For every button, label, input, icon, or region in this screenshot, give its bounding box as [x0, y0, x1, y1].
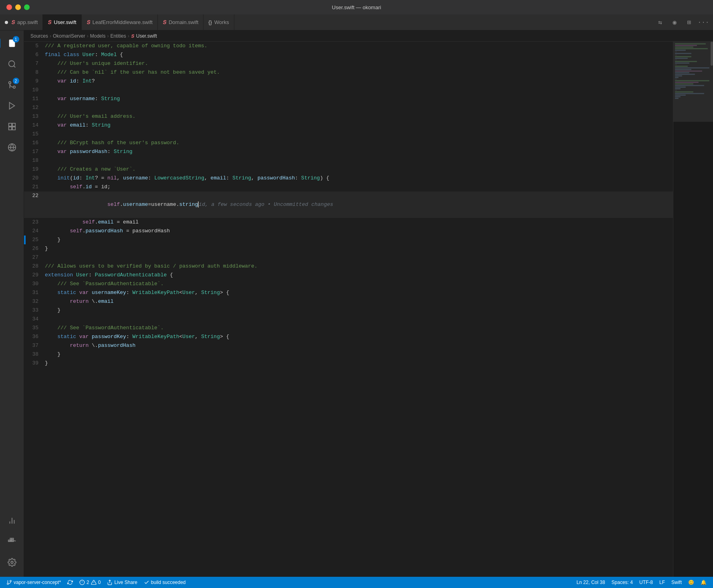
svg-rect-5: [8, 123, 11, 126]
git-branch-icon: [6, 580, 12, 585]
code-line-8: 8 /// Can be `nil` if the user has not b…: [24, 68, 673, 77]
build-status: build succeeded: [151, 580, 186, 585]
sidebar-item-search[interactable]: [2, 54, 22, 74]
minimize-button[interactable]: [15, 4, 21, 10]
minimap[interactable]: [673, 42, 713, 577]
sidebar-item-docker[interactable]: [2, 532, 22, 551]
svg-rect-6: [12, 123, 15, 126]
explorer-badge: 1: [13, 36, 19, 42]
tab-app-swift[interactable]: 𝙎 app.swift: [0, 14, 43, 30]
sidebar-item-analytics[interactable]: [2, 511, 22, 530]
svg-rect-7: [12, 127, 15, 130]
status-notification[interactable]: 🔔: [697, 577, 710, 588]
tab-user-swift[interactable]: 𝙎 User.swift: [43, 14, 81, 30]
code-line-9: 9 var id: Int?: [24, 77, 673, 86]
code-line-22-active: 22 self.username=username.stringid, a fe…: [24, 191, 673, 218]
close-button[interactable]: [6, 4, 12, 10]
sidebar-item-extensions[interactable]: [2, 117, 22, 136]
tab-bar: 𝙎 app.swift 𝙎 User.swift 𝙎 LeafErrorMidd…: [0, 14, 713, 30]
branch-name: vapor-server-concept*: [14, 580, 61, 585]
tab-label: Domain.swift: [169, 19, 198, 25]
extensions-icon: [8, 122, 16, 131]
toggle-primary-button[interactable]: ⊞: [683, 16, 695, 29]
gutter-change-indicator: [24, 236, 26, 244]
tab-label: app.swift: [17, 19, 38, 25]
svg-point-0: [8, 61, 14, 67]
split-editor-button[interactable]: ⇆: [654, 16, 667, 29]
bell-icon: 🔔: [701, 580, 707, 585]
swift-icon: 𝙎: [163, 19, 166, 26]
status-liveshare[interactable]: Live Share: [104, 577, 140, 588]
tab-label: LeafErrorMiddleware.swift: [93, 19, 153, 25]
code-line-31: 31 static var usernameKey: WritableKeyPa…: [24, 288, 673, 297]
settings-icon: [8, 558, 16, 567]
search-icon: [8, 60, 16, 68]
editor-area: Sources › OkomariServer › Models › Entit…: [24, 30, 713, 577]
title-bar: User.swift — okomari: [0, 0, 713, 14]
breadcrumb: Sources › OkomariServer › Models › Entit…: [24, 30, 713, 42]
sidebar-item-git[interactable]: 2: [2, 75, 22, 95]
code-line-34: 34: [24, 315, 673, 324]
code-line-32: 32 return \.email: [24, 297, 673, 306]
line-ending-label: LF: [659, 580, 665, 585]
remote-icon: [8, 143, 16, 152]
status-sync[interactable]: [64, 577, 76, 588]
status-build[interactable]: build succeeded: [141, 577, 189, 588]
svg-rect-18: [12, 538, 14, 540]
activity-bar: 1 2: [0, 30, 24, 577]
error-count: 2: [87, 580, 89, 585]
more-actions-button[interactable]: ···: [697, 16, 710, 29]
swift-icon: 𝙎: [87, 19, 90, 26]
tab-leaferror-swift[interactable]: 𝙎 LeafErrorMiddleware.swift: [82, 14, 158, 30]
code-line-5: 5 /// A registered user, capable of owni…: [24, 42, 673, 50]
svg-line-1: [14, 66, 15, 67]
code-line-18: 18: [24, 156, 673, 165]
code-line-12: 12: [24, 103, 673, 112]
tab-works[interactable]: {} Works: [203, 14, 234, 30]
sidebar-item-remote[interactable]: [2, 138, 22, 157]
status-position[interactable]: Ln 22, Col 38: [573, 577, 608, 588]
status-errors[interactable]: 2 0: [76, 577, 104, 588]
sidebar-item-settings[interactable]: [2, 553, 22, 572]
status-branch[interactable]: vapor-server-concept*: [3, 577, 64, 588]
svg-point-21: [10, 580, 12, 582]
status-bar: vapor-server-concept* 2 0 Live Share: [0, 577, 713, 588]
code-line-15: 15: [24, 130, 673, 139]
svg-marker-4: [9, 103, 14, 109]
svg-point-22: [7, 583, 9, 585]
code-editor[interactable]: 5 /// A registered user, capable of owni…: [24, 42, 673, 577]
status-language[interactable]: Swift: [668, 577, 685, 588]
breadcrumb-sources[interactable]: Sources: [30, 33, 48, 39]
tab-label: User.swift: [54, 19, 76, 25]
warning-count: 0: [98, 580, 101, 585]
status-smiley[interactable]: 😊: [685, 577, 697, 588]
svg-point-2: [13, 86, 15, 89]
tab-domain-swift[interactable]: 𝙎 Domain.swift: [158, 14, 203, 30]
traffic-lights: [6, 4, 30, 10]
minimap-content: [673, 42, 713, 101]
svg-point-19: [11, 561, 13, 564]
toggle-inline-button[interactable]: ◉: [668, 16, 681, 29]
status-spaces[interactable]: Spaces: 4: [608, 577, 636, 588]
git-badge: 2: [13, 78, 19, 84]
code-line-19: 19 /// Creates a new `User`.: [24, 165, 673, 174]
code-line-30: 30 /// See `PasswordAuthenticatable`.: [24, 280, 673, 288]
maximize-button[interactable]: [24, 4, 30, 10]
status-encoding[interactable]: UTF-8: [636, 577, 656, 588]
cursor-position: Ln 22, Col 38: [576, 580, 605, 585]
code-line-26: 26 }: [24, 244, 673, 253]
code-line-29: 29 extension User: PasswordAuthenticatab…: [24, 271, 673, 280]
sidebar-item-debug[interactable]: [2, 96, 22, 115]
breadcrumb-current-file[interactable]: User.swift: [136, 33, 157, 39]
code-line-10: 10: [24, 86, 673, 95]
sidebar-item-explorer[interactable]: 1: [2, 34, 22, 53]
minimap-slider[interactable]: [711, 42, 713, 66]
code-line-35: 35 /// See `PasswordAuthenticatable`.: [24, 324, 673, 332]
tab-label: Works: [214, 19, 229, 25]
breadcrumb-okomariserver[interactable]: OkomariServer: [53, 33, 85, 39]
braces-icon: {}: [208, 19, 212, 25]
breadcrumb-models[interactable]: Models: [90, 33, 106, 39]
breadcrumb-entities[interactable]: Entities: [110, 33, 126, 39]
svg-point-3: [8, 82, 11, 84]
status-line-ending[interactable]: LF: [656, 577, 668, 588]
